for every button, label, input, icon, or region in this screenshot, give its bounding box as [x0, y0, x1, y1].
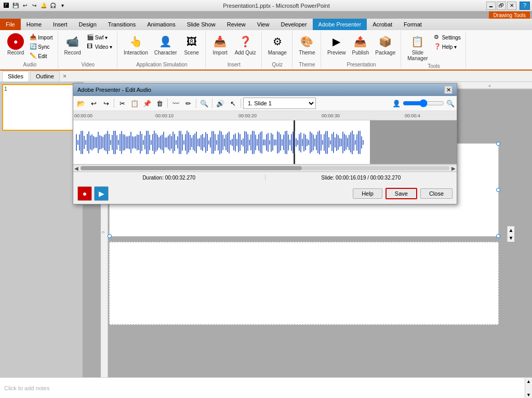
- svg-rect-178: [333, 132, 334, 153]
- svg-rect-161: [307, 139, 308, 146]
- svg-rect-99: [210, 138, 211, 148]
- svg-rect-65: [157, 135, 158, 150]
- svg-rect-16: [81, 131, 82, 154]
- separator-4: [212, 99, 212, 108]
- dialog-status-bar: Duration: 00:00:32.270 Slide: 00:00:16.0…: [73, 172, 457, 183]
- svg-rect-130: [258, 134, 259, 151]
- svg-rect-174: [327, 131, 328, 154]
- slide-select[interactable]: 1. Slide 1 2. Slide 2: [243, 98, 316, 109]
- svg-rect-101: [213, 131, 214, 154]
- svg-rect-124: [249, 140, 250, 145]
- svg-rect-128: [255, 135, 256, 150]
- close-dialog-button[interactable]: Close: [420, 188, 453, 199]
- svg-rect-83: [185, 134, 186, 151]
- svg-rect-32: [105, 134, 107, 152]
- svg-rect-121: [244, 131, 245, 154]
- svg-rect-151: [291, 134, 292, 150]
- svg-rect-51: [135, 136, 136, 148]
- svg-rect-122: [246, 132, 247, 154]
- slide-status-value: 00:00:16.019 / 00:00:32.270: [336, 175, 401, 181]
- svg-rect-25: [95, 137, 96, 148]
- delete-button[interactable]: 🗑: [154, 98, 165, 109]
- svg-rect-100: [211, 131, 212, 154]
- dialog-toolbar: 📂 ↩ ↪ ✂ 📋 📌 🗑 〰 ✏ 🔍 🔊 ↖ 1. Slide 1 2. Sl…: [73, 96, 457, 111]
- time-mark-40: 00:00:4: [405, 113, 420, 118]
- play-button[interactable]: ▶: [94, 186, 109, 201]
- zoom-out-button[interactable]: 🔍: [198, 98, 210, 109]
- dialog-close-button[interactable]: ✕: [444, 86, 453, 94]
- svg-rect-190: [352, 131, 353, 155]
- svg-rect-183: [341, 139, 342, 146]
- redo-button[interactable]: ↪: [100, 98, 112, 109]
- svg-rect-56: [143, 140, 144, 145]
- edit-audio-dialog: Adobe Presenter - Edit Audio ✕ 📂 ↩ ↪ ✂ 📋…: [73, 83, 457, 204]
- zoom-slider[interactable]: [403, 99, 444, 107]
- svg-rect-93: [201, 135, 202, 149]
- svg-rect-159: [303, 133, 304, 151]
- separator-2: [167, 99, 168, 108]
- svg-rect-177: [331, 134, 332, 151]
- scroll-thumb[interactable]: [81, 166, 302, 170]
- svg-rect-135: [266, 134, 267, 150]
- draw-button[interactable]: ✏: [182, 98, 194, 109]
- svg-rect-23: [91, 134, 92, 150]
- cut-button[interactable]: ✂: [116, 98, 128, 109]
- open-file-button[interactable]: 📂: [75, 98, 87, 109]
- time-mark-30: 00:00:30: [322, 113, 340, 118]
- svg-rect-109: [225, 134, 227, 150]
- svg-rect-96: [205, 132, 206, 153]
- svg-rect-85: [188, 132, 189, 153]
- svg-rect-90: [196, 132, 197, 154]
- svg-rect-145: [282, 139, 283, 146]
- svg-rect-74: [171, 136, 172, 148]
- cursor-button[interactable]: ↖: [227, 98, 238, 109]
- svg-rect-38: [115, 131, 116, 154]
- zoom-in-icon[interactable]: 🔍: [446, 100, 455, 107]
- dialog-bottom-bar: ● ▶ Help Save Close: [73, 183, 457, 204]
- svg-rect-185: [344, 134, 345, 151]
- svg-rect-86: [190, 135, 191, 150]
- slide-status: Slide: 00:00:16.019 / 00:00:32.270: [265, 175, 457, 181]
- scroll-right-button[interactable]: ▶: [451, 166, 456, 171]
- svg-rect-41: [119, 134, 121, 151]
- svg-rect-134: [264, 140, 265, 146]
- save-button[interactable]: Save: [385, 188, 417, 199]
- svg-rect-39: [116, 135, 117, 150]
- waveform-button[interactable]: 〰: [170, 98, 181, 109]
- svg-rect-44: [124, 134, 125, 150]
- svg-rect-69: [163, 132, 164, 153]
- svg-rect-163: [310, 131, 311, 153]
- svg-rect-150: [289, 140, 290, 145]
- svg-rect-49: [132, 136, 133, 149]
- svg-rect-195: [360, 131, 361, 154]
- svg-rect-53: [138, 135, 139, 150]
- svg-rect-81: [182, 134, 183, 150]
- svg-rect-198: [370, 120, 457, 164]
- time-mark-20: 00:00:20: [238, 113, 257, 118]
- svg-rect-71: [166, 138, 167, 147]
- svg-rect-60: [149, 134, 150, 150]
- zoom-person-icon: 👤: [392, 100, 401, 107]
- svg-rect-182: [339, 138, 340, 147]
- svg-rect-14: [77, 140, 78, 145]
- svg-rect-129: [257, 139, 258, 146]
- record-button[interactable]: ●: [77, 186, 92, 201]
- svg-rect-13: [76, 134, 77, 150]
- speaker-button[interactable]: 🔊: [215, 98, 226, 109]
- undo-button[interactable]: ↩: [88, 98, 99, 109]
- record-button-icon: ●: [83, 189, 87, 198]
- svg-rect-158: [302, 139, 303, 146]
- svg-rect-111: [229, 131, 230, 153]
- svg-rect-18: [84, 136, 85, 149]
- copy-button[interactable]: 📋: [129, 98, 140, 109]
- paste-button[interactable]: 📌: [141, 98, 153, 109]
- svg-rect-105: [219, 131, 220, 155]
- svg-rect-37: [113, 131, 114, 154]
- svg-rect-125: [250, 134, 251, 150]
- scroll-left-button[interactable]: ◀: [74, 166, 78, 171]
- help-dialog-button[interactable]: Help: [353, 188, 382, 199]
- svg-rect-123: [247, 134, 248, 150]
- svg-rect-113: [232, 139, 233, 146]
- separator-1: [114, 99, 114, 108]
- svg-rect-46: [127, 136, 128, 149]
